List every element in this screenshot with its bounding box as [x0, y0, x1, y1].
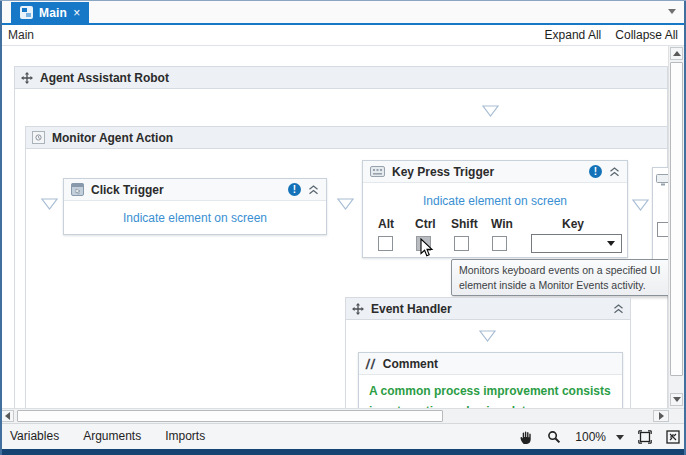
window-bottom-border [0, 449, 686, 455]
chevron-down-icon [616, 435, 624, 440]
arrow-left-icon [5, 412, 10, 420]
keyboard-icon [370, 166, 385, 177]
breadcrumb-bar: Main Expand All Collapse All [0, 25, 686, 46]
chevron-down-icon [607, 241, 615, 246]
indicate-element-link[interactable]: Indicate element on screen [123, 211, 267, 225]
click-trigger-header[interactable]: Click Trigger ! [64, 179, 326, 201]
event-handler-header[interactable]: Event Handler [346, 298, 630, 320]
comment-header[interactable]: // Comment [359, 353, 622, 375]
key-press-trigger-header[interactable]: Key Press Trigger ! [363, 161, 627, 183]
sequence-header[interactable]: Agent Assistant Robot [15, 67, 667, 89]
workflow-designer-window: Main × Main Expand All Collapse All [0, 0, 686, 455]
workflow-canvas[interactable]: Agent Assistant Robot Monitor Agent Acti… [0, 46, 686, 408]
collapse-chevron-icon[interactable] [613, 304, 624, 314]
monitor-events-icon [32, 131, 45, 144]
horizontal-scrollbar-thumb[interactable] [17, 410, 443, 422]
imports-tab[interactable]: Imports [165, 429, 205, 443]
container-title: Agent Assistant Robot [40, 71, 169, 85]
modifier-label-alt: Alt [378, 217, 394, 231]
zoom-reset-button[interactable] [666, 430, 680, 444]
scroll-right-button[interactable] [653, 410, 669, 422]
fit-to-screen-icon [638, 430, 652, 444]
validation-warning-badge[interactable]: ! [288, 183, 301, 196]
expand-all-button[interactable]: Expand All [545, 28, 602, 42]
comment-activity[interactable]: // Comment A common process improvement … [358, 352, 623, 408]
breadcrumb[interactable]: Main [8, 28, 34, 42]
tab-overflow-dropdown[interactable] [668, 9, 680, 17]
modifier-label-shift: Shift [451, 217, 478, 231]
container-title: Event Handler [371, 302, 606, 316]
arrow-up-icon [673, 51, 681, 56]
container-title: Monitor Agent Action [52, 131, 173, 145]
arguments-tab[interactable]: Arguments [83, 429, 141, 443]
comment-text: A common process improvement consists in… [369, 384, 611, 408]
window-top-border [0, 0, 686, 1]
workflow-file-icon [20, 6, 33, 19]
horizontal-scrollbar[interactable] [0, 408, 686, 423]
collapse-all-button[interactable]: Collapse All [615, 28, 678, 42]
chevron-down-icon [668, 9, 676, 14]
move-icon [21, 72, 33, 84]
validation-warning-badge[interactable]: ! [589, 165, 602, 178]
zoom-level-value[interactable]: 100% [575, 430, 606, 444]
move-icon [352, 303, 364, 315]
key-select-dropdown[interactable] [531, 234, 622, 253]
activity-title: Comment [383, 357, 615, 371]
drop-indicator-triangle [632, 199, 649, 211]
vertical-scrollbar[interactable] [668, 46, 684, 408]
zoom-level-dropdown[interactable] [616, 435, 624, 440]
key-field-label: Key [562, 217, 584, 231]
indicate-element-link[interactable]: Indicate element on screen [423, 194, 567, 208]
variables-tab[interactable]: Variables [10, 429, 59, 443]
arrow-right-icon [659, 412, 664, 420]
monitor-header[interactable]: Monitor Agent Action [26, 127, 667, 149]
drop-indicator-triangle [482, 105, 499, 117]
arrow-down-icon [673, 397, 681, 402]
modifier-label-ctrl: Ctrl [415, 217, 436, 231]
drop-indicator-triangle [337, 198, 354, 210]
mouse-cursor [420, 238, 434, 258]
tooltip: Monitors keyboard events on a specified … [451, 259, 686, 296]
close-icon[interactable]: × [73, 7, 80, 19]
tooltip-text: Monitors keyboard events on a specified … [459, 264, 660, 291]
modifier-label-win: Win [491, 217, 513, 231]
tab-title: Main [39, 6, 67, 20]
fit-to-screen-button[interactable] [638, 430, 652, 444]
hand-icon [518, 430, 533, 445]
scroll-left-button[interactable] [1, 410, 14, 422]
tab-main[interactable]: Main × [11, 2, 89, 23]
activity-title: Click Trigger [91, 183, 281, 197]
zoom-tool-button[interactable] [547, 430, 561, 444]
key-press-trigger-activity[interactable]: Key Press Trigger ! Indicate element on … [362, 160, 628, 258]
modifier-checkbox-alt[interactable] [378, 236, 393, 251]
vertical-scrollbar-thumb[interactable] [670, 62, 683, 376]
tab-strip: Main × [0, 0, 686, 23]
zoom-reset-icon [666, 430, 680, 444]
scroll-down-button[interactable] [670, 393, 683, 406]
collapse-chevron-icon[interactable] [609, 167, 620, 177]
designer-status-bar: Variables Arguments Imports 100% [0, 423, 686, 449]
magnifier-icon [547, 430, 561, 444]
window-left-border [0, 0, 2, 455]
activity-title: Key Press Trigger [392, 165, 582, 179]
comment-icon: // [365, 356, 377, 372]
click-trigger-activity[interactable]: Click Trigger ! Indicate element on scre… [63, 178, 327, 235]
modifier-checkbox-shift[interactable] [454, 236, 469, 251]
modifier-checkbox-win[interactable] [492, 236, 507, 251]
scroll-up-button[interactable] [670, 47, 683, 60]
collapse-chevron-icon[interactable] [308, 185, 319, 195]
click-trigger-icon [71, 183, 84, 196]
pan-hand-button[interactable] [518, 430, 533, 445]
drop-indicator-triangle [479, 330, 496, 342]
drop-indicator-triangle [41, 198, 58, 210]
